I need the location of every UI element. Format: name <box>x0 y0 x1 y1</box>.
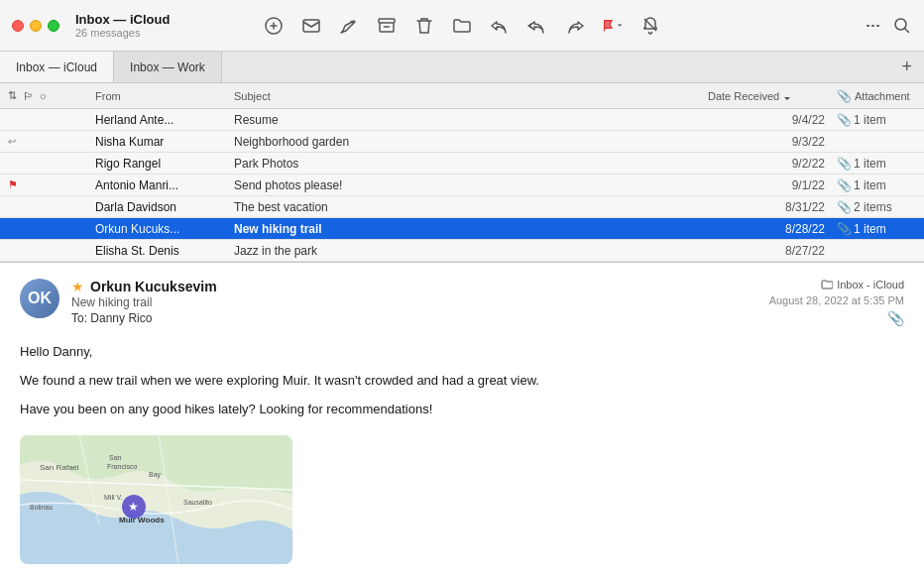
attachment-value: 📎 1 item <box>837 178 916 192</box>
window-subtitle: 26 messages <box>75 27 170 39</box>
attachment-value: 📎 2 items <box>837 200 916 214</box>
archive-icon[interactable] <box>377 16 397 36</box>
email-row[interactable]: ↩ Nisha Kumar Neighborhood garden 9/3/22 <box>0 131 924 153</box>
col-attach-header: 📎 Attachment <box>837 89 916 103</box>
forward-icon[interactable] <box>565 16 585 36</box>
paperclip-icon: 📎 <box>837 157 852 171</box>
search-icon[interactable] <box>892 16 912 36</box>
titlebar: Inbox — iCloud 26 messages <box>0 0 924 52</box>
tabbar: Inbox — iCloud Inbox — Work + <box>0 52 924 83</box>
row-date: 9/2/22 <box>708 157 837 171</box>
sender-name: Orkun Kucuksevim <box>90 279 217 294</box>
svg-text:Bay: Bay <box>149 471 162 479</box>
inbox-label: Inbox - iCloud <box>821 279 904 290</box>
toolbar <box>264 16 660 36</box>
email-row[interactable]: Darla Davidson The best vacation 8/31/22… <box>0 196 924 218</box>
row-from: Rigo Rangel <box>95 157 234 171</box>
avatar: OK <box>20 279 59 318</box>
column-headers: ⇅ 🏳 ○ From Subject Date Received 📎 Attac… <box>0 83 924 109</box>
col-date-header[interactable]: Date Received <box>708 90 837 102</box>
row-subject: Jazz in the park <box>234 244 708 258</box>
row-from: Orkun Kucuks... <box>95 222 234 236</box>
tab-work[interactable]: Inbox — Work <box>114 52 222 82</box>
reply-all-icon[interactable] <box>527 16 547 36</box>
svg-rect-2 <box>379 19 395 23</box>
sender-info: ★ Orkun Kucuksevim New hiking trail To: … <box>71 279 769 325</box>
svg-text:Mill V.: Mill V. <box>104 494 122 501</box>
row-date: 9/3/22 <box>708 135 837 149</box>
svg-text:★: ★ <box>128 500 139 514</box>
tab-icloud[interactable]: Inbox — iCloud <box>0 52 114 82</box>
row-flags: ⚑ <box>8 178 95 191</box>
row-flags: ↩ <box>8 136 95 147</box>
row-subject: Send photos please! <box>234 178 708 192</box>
col-flags-header: ⇅ 🏳 ○ <box>8 89 95 102</box>
row-date: 9/4/22 <box>708 113 837 127</box>
row-date: 9/1/22 <box>708 178 837 192</box>
row-from: Darla Davidson <box>95 200 234 214</box>
email-row[interactable]: Elisha St. Denis Jazz in the park 8/27/2… <box>0 240 924 262</box>
svg-text:San Rafael: San Rafael <box>40 463 79 472</box>
preview-header: OK ★ Orkun Kucuksevim New hiking trail T… <box>20 279 904 326</box>
email-row[interactable]: Rigo Rangel Park Photos 9/2/22 📎 1 item <box>0 153 924 174</box>
row-from: Herland Ante... <box>95 113 234 127</box>
row-subject: Resume <box>234 113 708 127</box>
map-container[interactable]: San Rafael Bolinas San Francisco Bay Mil… <box>20 435 292 564</box>
svg-text:Sausalito: Sausalito <box>183 499 212 506</box>
paperclip-icon: 📎 <box>837 113 852 127</box>
row-date: 8/31/22 <box>708 200 837 214</box>
svg-rect-1 <box>303 20 319 32</box>
preview-meta: Inbox - iCloud August 28, 2022 at 5:35 P… <box>769 279 904 326</box>
reply-icon[interactable] <box>490 16 510 36</box>
add-tab-button[interactable]: + <box>889 52 924 82</box>
maximize-button[interactable] <box>48 20 59 32</box>
attachment-value: 📎 1 item <box>837 157 916 171</box>
email-row[interactable]: ⚑ Antonio Manri... Send photos please! 9… <box>0 174 924 196</box>
paperclip-icon: 📎 <box>837 200 852 214</box>
col-from-header[interactable]: From <box>95 90 234 102</box>
main-content: ⇅ 🏳 ○ From Subject Date Received 📎 Attac… <box>0 83 924 581</box>
row-from: Nisha Kumar <box>95 135 234 149</box>
row-subject: New hiking trail <box>234 222 708 236</box>
email-list: Herland Ante... Resume 9/4/22 📎 1 item ↩… <box>0 109 924 262</box>
email-preview: OK ★ Orkun Kucuksevim New hiking trail T… <box>0 263 924 581</box>
bell-icon[interactable] <box>640 16 660 36</box>
more-icon[interactable] <box>863 16 882 36</box>
preview-attach-icon[interactable]: 📎 <box>887 310 904 326</box>
flag-icon[interactable] <box>603 16 623 36</box>
compose-icon[interactable] <box>264 16 284 36</box>
paperclip-icon: 📎 <box>837 222 852 236</box>
email-row[interactable]: Orkun Kucuks... New hiking trail 8/28/22… <box>0 218 924 240</box>
row-subject: Neighborhood garden <box>234 135 708 149</box>
row-from: Elisha St. Denis <box>95 244 234 258</box>
traffic-lights <box>12 20 59 32</box>
email-list-section: ⇅ 🏳 ○ From Subject Date Received 📎 Attac… <box>0 83 924 263</box>
row-subject: Park Photos <box>234 157 708 171</box>
preview-subject: New hiking trail <box>71 295 769 309</box>
folder-icon[interactable] <box>452 16 472 36</box>
svg-text:San: San <box>109 454 122 461</box>
row-date: 8/27/22 <box>708 244 837 258</box>
mail-icon[interactable] <box>301 16 321 36</box>
svg-text:Muir Woods: Muir Woods <box>119 516 165 524</box>
title-info: Inbox — iCloud 26 messages <box>75 12 170 39</box>
preview-to: To: Danny Rico <box>71 311 769 325</box>
email-row[interactable]: Herland Ante... Resume 9/4/22 📎 1 item <box>0 109 924 131</box>
new-message-icon[interactable] <box>339 16 359 36</box>
preview-body: Hello Danny, We found a new trail when w… <box>20 342 904 427</box>
replied-icon: ↩ <box>8 136 16 147</box>
trash-icon[interactable] <box>414 16 434 36</box>
star-icon[interactable]: ★ <box>71 279 84 294</box>
paperclip-icon: 📎 <box>837 178 852 192</box>
col-subject-header[interactable]: Subject <box>234 90 708 102</box>
flag-red-icon: ⚑ <box>8 178 18 191</box>
row-subject: The best vacation <box>234 200 708 214</box>
window-title: Inbox — iCloud <box>75 12 170 27</box>
close-button[interactable] <box>12 20 24 32</box>
row-date: 8/28/22 <box>708 222 837 236</box>
svg-text:Francisco: Francisco <box>107 463 137 470</box>
row-from: Antonio Manri... <box>95 178 234 192</box>
minimize-button[interactable] <box>30 20 42 32</box>
svg-text:Bolinas: Bolinas <box>30 504 53 511</box>
toolbar-right <box>863 16 912 36</box>
